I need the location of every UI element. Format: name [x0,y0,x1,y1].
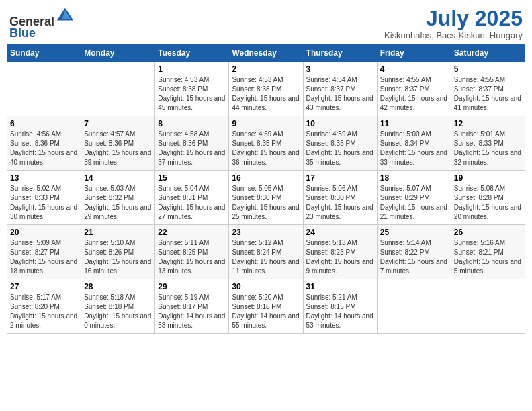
day-number: 5 [454,64,522,74]
calendar-cell: 14 Sunrise: 5:03 AM Sunset: 8:32 PM Dayl… [81,171,155,225]
calendar-cell: 24 Sunrise: 5:13 AM Sunset: 8:23 PM Dayl… [303,225,377,279]
calendar-week-3: 13 Sunrise: 5:02 AM Sunset: 8:33 PM Dayl… [7,171,525,225]
calendar-cell: 11 Sunrise: 5:00 AM Sunset: 8:34 PM Dayl… [377,116,451,171]
sunset-label: Sunset: 8:20 PM [10,303,60,310]
day-info: Sunrise: 5:07 AM Sunset: 8:29 PM Dayligh… [380,184,448,222]
weekday-header-tuesday: Tuesday [155,45,229,62]
daylight-label: Daylight: 15 hours and 7 minutes. [380,258,447,275]
day-info: Sunrise: 4:59 AM Sunset: 8:35 PM Dayligh… [232,130,300,167]
calendar-cell [451,279,525,334]
weekday-header-thursday: Thursday [303,45,377,62]
daylight-label: Daylight: 15 hours and 35 minutes. [306,149,373,166]
day-number: 3 [306,64,374,74]
day-info: Sunrise: 4:53 AM Sunset: 8:38 PM Dayligh… [158,75,226,113]
day-info: Sunrise: 4:53 AM Sunset: 8:38 PM Dayligh… [232,75,300,113]
sunrise-label: Sunrise: 4:57 AM [84,130,135,138]
day-info: Sunrise: 5:03 AM Sunset: 8:32 PM Dayligh… [84,184,152,222]
sunset-label: Sunset: 8:26 PM [84,248,134,256]
title-area: July 2025 Kiskunhalas, Bacs-Kiskun, Hung… [384,7,523,40]
day-info: Sunrise: 5:14 AM Sunset: 8:22 PM Dayligh… [380,238,448,276]
calendar-cell: 10 Sunrise: 4:59 AM Sunset: 8:35 PM Dayl… [303,116,377,171]
sunrise-label: Sunrise: 5:06 AM [306,185,357,192]
calendar-cell: 29 Sunrise: 5:19 AM Sunset: 8:17 PM Dayl… [155,279,229,334]
daylight-label: Daylight: 15 hours and 16 minutes. [84,258,151,275]
sunset-label: Sunset: 8:25 PM [158,248,208,256]
daylight-label: Daylight: 15 hours and 32 minutes. [454,149,521,166]
sunset-label: Sunset: 8:36 PM [158,140,208,147]
sunset-label: Sunset: 8:28 PM [454,194,504,201]
sunrise-label: Sunrise: 5:01 AM [454,130,505,138]
calendar-week-2: 6 Sunrise: 4:56 AM Sunset: 8:36 PM Dayli… [7,116,525,171]
sunrise-label: Sunrise: 4:54 AM [306,76,357,83]
day-number: 17 [306,173,374,183]
day-info: Sunrise: 5:01 AM Sunset: 8:33 PM Dayligh… [454,130,522,167]
calendar-cell [81,62,155,116]
day-number: 10 [306,119,374,128]
day-info: Sunrise: 5:09 AM Sunset: 8:27 PM Dayligh… [10,238,78,276]
weekday-header-sunday: Sunday [7,45,81,62]
day-number: 6 [10,119,78,128]
calendar-cell: 16 Sunrise: 5:05 AM Sunset: 8:30 PM Dayl… [229,171,303,225]
calendar-cell: 1 Sunrise: 4:53 AM Sunset: 8:38 PM Dayli… [155,62,229,116]
day-info: Sunrise: 5:18 AM Sunset: 8:18 PM Dayligh… [84,293,152,330]
sunset-label: Sunset: 8:35 PM [306,140,356,147]
daylight-label: Daylight: 15 hours and 20 minutes. [454,203,521,220]
daylight-label: Daylight: 15 hours and 36 minutes. [232,149,299,166]
sunset-label: Sunset: 8:29 PM [380,194,430,201]
day-info: Sunrise: 5:20 AM Sunset: 8:16 PM Dayligh… [232,293,300,330]
day-info: Sunrise: 5:21 AM Sunset: 8:15 PM Dayligh… [306,293,374,330]
day-info: Sunrise: 5:13 AM Sunset: 8:23 PM Dayligh… [306,238,374,276]
sunset-label: Sunset: 8:16 PM [232,303,281,310]
sunrise-label: Sunrise: 5:18 AM [84,293,135,301]
daylight-label: Daylight: 15 hours and 42 minutes. [380,95,447,111]
calendar-cell: 26 Sunrise: 5:16 AM Sunset: 8:21 PM Dayl… [451,225,525,279]
calendar-cell: 15 Sunrise: 5:04 AM Sunset: 8:31 PM Dayl… [155,171,229,225]
calendar-cell: 25 Sunrise: 5:14 AM Sunset: 8:22 PM Dayl… [377,225,451,279]
daylight-label: Daylight: 15 hours and 0 minutes. [84,312,151,329]
daylight-label: Daylight: 15 hours and 37 minutes. [158,149,225,166]
day-info: Sunrise: 5:02 AM Sunset: 8:33 PM Dayligh… [10,184,78,222]
day-info: Sunrise: 5:00 AM Sunset: 8:34 PM Dayligh… [380,130,448,167]
calendar-week-4: 20 Sunrise: 5:09 AM Sunset: 8:27 PM Dayl… [7,225,525,279]
sunrise-label: Sunrise: 4:59 AM [306,130,357,138]
sunrise-label: Sunrise: 4:59 AM [232,130,283,138]
calendar-cell: 8 Sunrise: 4:58 AM Sunset: 8:36 PM Dayli… [155,116,229,171]
sunrise-label: Sunrise: 5:04 AM [158,185,209,192]
sunrise-label: Sunrise: 5:03 AM [84,185,135,192]
daylight-label: Daylight: 15 hours and 41 minutes. [454,95,521,111]
page-header: General Blue July 2025 Kiskunhalas, Bacs… [7,7,525,40]
sunrise-label: Sunrise: 4:53 AM [158,76,209,83]
sunrise-label: Sunrise: 5:10 AM [84,239,135,246]
daylight-label: Daylight: 14 hours and 58 minutes. [158,312,225,329]
calendar-cell: 4 Sunrise: 4:55 AM Sunset: 8:37 PM Dayli… [377,62,451,116]
sunset-label: Sunset: 8:23 PM [306,248,356,256]
day-number: 27 [10,282,78,291]
daylight-label: Daylight: 15 hours and 33 minutes. [380,149,447,166]
day-number: 16 [232,173,300,183]
day-number: 26 [454,228,522,237]
day-info: Sunrise: 4:55 AM Sunset: 8:37 PM Dayligh… [380,75,448,113]
day-number: 28 [84,282,152,291]
daylight-label: Daylight: 15 hours and 9 minutes. [306,258,373,275]
sunset-label: Sunset: 8:37 PM [306,85,356,93]
day-info: Sunrise: 5:10 AM Sunset: 8:26 PM Dayligh… [84,238,152,276]
daylight-label: Daylight: 15 hours and 18 minutes. [10,258,77,275]
day-info: Sunrise: 4:56 AM Sunset: 8:36 PM Dayligh… [10,130,78,167]
day-number: 4 [380,64,448,74]
sunrise-label: Sunrise: 5:13 AM [306,239,357,246]
calendar-week-1: 1 Sunrise: 4:53 AM Sunset: 8:38 PM Dayli… [7,62,525,116]
sunrise-label: Sunrise: 5:16 AM [454,239,505,246]
day-number: 9 [232,119,300,128]
sunset-label: Sunset: 8:24 PM [232,248,281,256]
daylight-label: Daylight: 14 hours and 53 minutes. [306,312,373,329]
weekday-header-saturday: Saturday [451,45,525,62]
day-info: Sunrise: 5:16 AM Sunset: 8:21 PM Dayligh… [454,238,522,276]
daylight-label: Daylight: 15 hours and 11 minutes. [232,258,299,275]
location: Kiskunhalas, Bacs-Kiskun, Hungary [384,30,523,40]
sunrise-label: Sunrise: 5:21 AM [306,293,357,301]
day-number: 29 [158,282,226,291]
sunset-label: Sunset: 8:37 PM [454,85,504,93]
sunset-label: Sunset: 8:38 PM [158,85,208,93]
sunrise-label: Sunrise: 5:00 AM [380,130,431,138]
daylight-label: Daylight: 15 hours and 44 minutes. [232,95,299,111]
